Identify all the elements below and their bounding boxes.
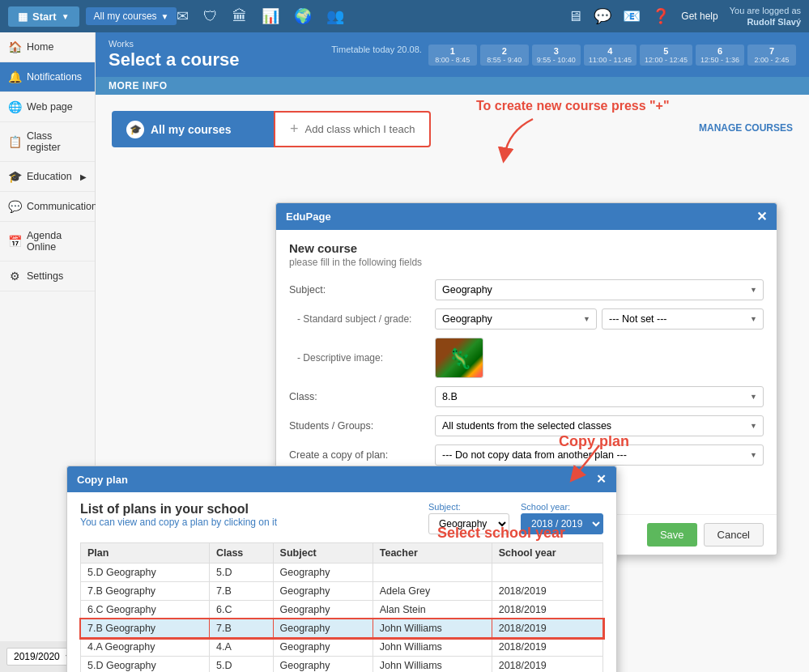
descriptive-image-row: - Descriptive image: 🦎 — [289, 338, 764, 378]
table-row[interactable]: 7.B Geography 7.B Geography John William… — [81, 619, 603, 638]
copy-plan-filters: Subject: Geography School year: 2018 / 2… — [428, 502, 603, 534]
all-my-courses-nav-button[interactable]: All my courses ▼ — [86, 7, 177, 25]
students-select-wrap: All students from the selected classes — [435, 415, 764, 436]
cell-subject: Geography — [273, 564, 373, 582]
copy-plan-select-wrap: --- Do not copy data from another plan -… — [435, 444, 764, 466]
cell-class: 7.B — [209, 582, 273, 601]
user-name: Rudolf Slavý — [730, 16, 801, 28]
filter-year-select[interactable]: 2018 / 2019 — [521, 513, 603, 534]
sidebar-item-class-register[interactable]: 📋 Class register — [0, 122, 95, 162]
filter-subject-select[interactable]: Geography — [428, 513, 509, 534]
envelope-icon[interactable]: ✉ — [177, 7, 189, 25]
graduation-cap-icon: 🎓 — [126, 121, 144, 138]
modal-title-bar: EduPage ✕ — [276, 203, 777, 230]
table-row[interactable]: 7.B Geography 7.B Geography Adela Grey 2… — [81, 582, 603, 601]
sidebar-item-webpage[interactable]: 🌐 Web page — [0, 92, 95, 122]
webpage-icon: 🌐 — [8, 100, 21, 113]
page-title: Select a course — [109, 49, 239, 70]
sidebar-item-education-label: Education — [27, 171, 72, 182]
copy-plan-row: Create a copy of plan: --- Do not copy d… — [289, 444, 764, 466]
sidebar-item-class-register-label: Class register — [27, 130, 87, 153]
monitor-icon[interactable]: 🖥 — [568, 8, 582, 25]
filter-subject-label: Subject: — [428, 502, 509, 512]
grade-select[interactable]: --- Not set --- — [602, 308, 764, 330]
cell-plan: 7.B Geography — [81, 619, 210, 638]
table-row[interactable]: 5.D Geography 5.D Geography John William… — [81, 657, 603, 673]
header-left: Works Select a course — [109, 39, 239, 70]
more-info-button[interactable]: MORE INFO — [109, 80, 168, 91]
subject-filter-group: Subject: Geography — [428, 502, 509, 534]
copy-plan-modal-title: Copy plan — [77, 474, 128, 486]
sidebar-item-home-label: Home — [27, 41, 53, 53]
descriptive-image[interactable]: 🦎 — [435, 338, 483, 378]
plus-icon: + — [290, 121, 299, 138]
save-button[interactable]: Save — [647, 523, 697, 547]
dropdown-icon: ▼ — [161, 12, 169, 21]
sidebar-item-home[interactable]: 🏠 Home — [0, 32, 95, 62]
subject-row: Subject: Geography — [289, 279, 764, 300]
col-year: School year — [492, 543, 602, 564]
class-label: Class: — [289, 391, 435, 402]
copy-plan-body: List of plans in your school You can vie… — [67, 492, 616, 672]
sidebar-item-settings-label: Settings — [27, 270, 63, 282]
add-class-label: Add class which I teach — [305, 123, 415, 135]
students-select[interactable]: All students from the selected classes — [435, 415, 764, 436]
sidebar-item-webpage-label: Web page — [27, 101, 73, 113]
cell-class: 5.D — [209, 564, 273, 582]
cell-teacher — [373, 564, 492, 582]
col-teacher: Teacher — [373, 543, 492, 564]
sidebar-item-education[interactable]: 🎓 Education ▶ — [0, 162, 95, 192]
copy-plan-close-x-button[interactable]: ✕ — [596, 472, 607, 487]
building-icon[interactable]: 🏛 — [232, 8, 247, 25]
subject-label: Subject: — [289, 284, 435, 296]
period-4: 411:00 - 11:45 — [584, 45, 637, 66]
chat-icon[interactable]: 💬 — [594, 7, 611, 25]
cell-teacher: John Williams — [373, 619, 492, 638]
standard-subject-wrap: Geography --- Not set --- — [435, 308, 764, 330]
filter-year-label: School year: — [521, 502, 603, 512]
logged-as-label: You are logged as — [730, 5, 801, 16]
sidebar-item-settings[interactable]: ⚙ Settings — [0, 262, 95, 291]
chart-icon[interactable]: 📊 — [262, 7, 279, 25]
mail-icon[interactable]: 📧 — [623, 7, 641, 25]
table-row[interactable]: 6.C Geography 6.C Geography Alan Stein 2… — [81, 601, 603, 619]
people-icon[interactable]: 👥 — [326, 7, 344, 25]
copy-plan-table: Plan Class Subject Teacher School year 5… — [80, 542, 603, 672]
sidebar-item-communication[interactable]: 💬 Communication ▶ — [0, 192, 95, 222]
all-my-courses-nav-label: All my courses — [94, 11, 157, 22]
top-nav-right: 🖥 💬 📧 ❓ Get help You are logged as Rudol… — [568, 5, 801, 28]
class-select-wrap: 8.B — [435, 386, 764, 407]
cell-class: 4.A — [209, 638, 273, 657]
grade-select-wrap: --- Not set --- — [602, 308, 764, 330]
copy-plan-modal: Copy plan ✕ List of plans in your school… — [66, 466, 617, 672]
get-help-label: Get help — [681, 11, 717, 22]
cell-year: 2018/2019 — [492, 582, 602, 601]
cell-teacher: Alan Stein — [373, 601, 492, 619]
modal-close-button[interactable]: ✕ — [756, 209, 767, 224]
cancel-button[interactable]: Cancel — [704, 523, 764, 547]
table-row[interactable]: 4.A Geography 4.A Geography John William… — [81, 638, 603, 657]
all-courses-button[interactable]: 🎓 All my courses — [112, 111, 274, 147]
cell-subject: Geography — [273, 638, 373, 657]
copy-plan-title-bar: Copy plan ✕ — [67, 466, 616, 492]
shield-icon[interactable]: 🛡 — [203, 8, 218, 25]
start-button[interactable]: ▦ Start ▼ — [8, 6, 79, 27]
start-dropdown-icon: ▼ — [62, 12, 70, 21]
manage-courses-link[interactable]: MANAGE COURSES — [699, 122, 793, 134]
course-selector-row: 🎓 All my courses + Add class which I tea… — [112, 111, 793, 147]
cell-plan: 6.C Geography — [81, 601, 210, 619]
question-icon[interactable]: ❓ — [652, 7, 670, 25]
subject-select[interactable]: Geography — [435, 279, 764, 300]
sidebar-item-notifications[interactable]: 🔔 Notifications — [0, 62, 95, 92]
class-select[interactable]: 8.B — [435, 386, 764, 407]
standard-subject-select[interactable]: Geography — [435, 308, 597, 330]
add-class-button[interactable]: + Add class which I teach — [274, 111, 431, 147]
copy-plan-select[interactable]: --- Do not copy data from another plan -… — [435, 444, 764, 466]
globe-icon[interactable]: 🌍 — [294, 7, 312, 25]
table-row[interactable]: 5.D Geography 5.D Geography — [81, 564, 603, 582]
sidebar-item-notifications-label: Notifications — [27, 71, 82, 83]
works-label: Works — [109, 39, 239, 49]
agenda-icon: 📅 — [8, 235, 21, 248]
students-label: Students / Groups: — [289, 420, 435, 432]
sidebar-item-agenda-online[interactable]: 📅 Agenda Online — [0, 222, 95, 262]
